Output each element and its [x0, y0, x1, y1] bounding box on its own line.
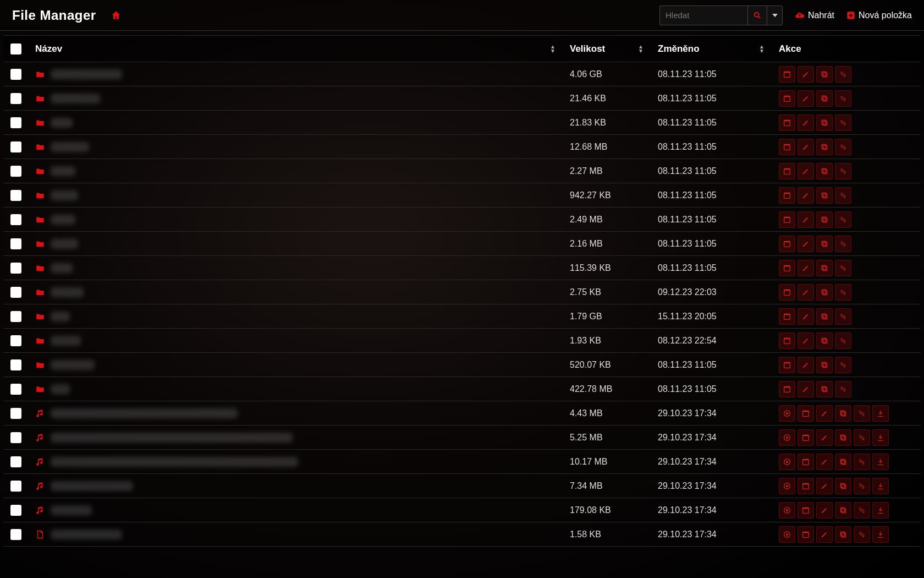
- rename-button[interactable]: [798, 163, 814, 179]
- download-button[interactable]: [872, 429, 889, 446]
- link-button[interactable]: [835, 332, 851, 349]
- select-all-checkbox[interactable]: [10, 43, 21, 54]
- row-checkbox[interactable]: [10, 93, 21, 104]
- open-button[interactable]: [798, 478, 814, 494]
- rename-button[interactable]: [798, 381, 814, 397]
- open-button[interactable]: [798, 405, 814, 422]
- rename-button[interactable]: [798, 236, 814, 252]
- download-button[interactable]: [872, 478, 889, 494]
- open-button[interactable]: [779, 163, 795, 179]
- preview-button[interactable]: [779, 478, 795, 494]
- link-button[interactable]: [835, 163, 851, 179]
- preview-button[interactable]: [779, 502, 795, 519]
- row-checkbox[interactable]: [10, 432, 21, 443]
- copy-button[interactable]: [835, 429, 851, 446]
- file-name-cell[interactable]: [35, 118, 557, 128]
- file-name-cell[interactable]: [35, 481, 557, 491]
- open-button[interactable]: [798, 526, 814, 543]
- open-button[interactable]: [779, 236, 795, 252]
- download-button[interactable]: [872, 526, 889, 543]
- new-item-button[interactable]: Nová položka: [846, 10, 912, 20]
- search-input[interactable]: [659, 6, 747, 25]
- row-checkbox[interactable]: [10, 190, 21, 201]
- file-name-cell[interactable]: [35, 166, 557, 176]
- file-name-cell[interactable]: [35, 360, 557, 370]
- link-button[interactable]: [835, 90, 851, 107]
- open-button[interactable]: [779, 260, 795, 276]
- row-checkbox[interactable]: [10, 117, 21, 128]
- copy-button[interactable]: [816, 90, 833, 107]
- link-button[interactable]: [854, 478, 870, 494]
- rename-button[interactable]: [798, 66, 814, 83]
- row-checkbox[interactable]: [10, 166, 21, 177]
- copy-button[interactable]: [816, 187, 833, 204]
- open-button[interactable]: [779, 211, 795, 228]
- row-checkbox[interactable]: [10, 263, 21, 274]
- copy-button[interactable]: [835, 478, 851, 494]
- open-button[interactable]: [779, 66, 795, 83]
- open-button[interactable]: [779, 90, 795, 107]
- row-checkbox[interactable]: [10, 214, 21, 225]
- row-checkbox[interactable]: [10, 456, 21, 467]
- rename-button[interactable]: [816, 526, 833, 543]
- preview-button[interactable]: [779, 526, 795, 543]
- row-checkbox[interactable]: [10, 238, 21, 249]
- link-button[interactable]: [835, 66, 851, 83]
- row-checkbox[interactable]: [10, 359, 21, 370]
- rename-button[interactable]: [798, 357, 814, 373]
- file-name-cell[interactable]: [35, 312, 557, 321]
- rename-button[interactable]: [798, 211, 814, 228]
- file-name-cell[interactable]: [35, 457, 557, 467]
- header-size[interactable]: Velikost ▲▼: [563, 36, 651, 62]
- open-button[interactable]: [798, 429, 814, 446]
- copy-button[interactable]: [816, 332, 833, 349]
- file-name-cell[interactable]: [35, 384, 557, 394]
- open-button[interactable]: [779, 332, 795, 349]
- row-checkbox[interactable]: [10, 505, 21, 516]
- file-name-cell[interactable]: [35, 142, 557, 152]
- copy-button[interactable]: [816, 284, 833, 301]
- copy-button[interactable]: [835, 502, 851, 519]
- copy-button[interactable]: [816, 236, 833, 252]
- open-button[interactable]: [779, 381, 795, 397]
- copy-button[interactable]: [816, 114, 833, 131]
- search-options-button[interactable]: [767, 6, 783, 25]
- rename-button[interactable]: [816, 478, 833, 494]
- copy-button[interactable]: [835, 405, 851, 422]
- file-name-cell[interactable]: [35, 287, 557, 297]
- copy-button[interactable]: [816, 211, 833, 228]
- rename-button[interactable]: [798, 114, 814, 131]
- link-button[interactable]: [835, 139, 851, 155]
- copy-button[interactable]: [816, 308, 833, 325]
- rename-button[interactable]: [798, 284, 814, 301]
- link-button[interactable]: [854, 454, 870, 470]
- header-modified[interactable]: Změněno ▲▼: [651, 36, 772, 62]
- open-button[interactable]: [779, 357, 795, 373]
- link-button[interactable]: [835, 114, 851, 131]
- preview-button[interactable]: [779, 405, 795, 422]
- copy-button[interactable]: [816, 139, 833, 155]
- copy-button[interactable]: [816, 163, 833, 179]
- open-button[interactable]: [779, 114, 795, 131]
- file-name-cell[interactable]: [35, 530, 557, 539]
- link-button[interactable]: [835, 308, 851, 325]
- file-name-cell[interactable]: [35, 408, 557, 418]
- preview-button[interactable]: [779, 429, 795, 446]
- rename-button[interactable]: [798, 332, 814, 349]
- file-name-cell[interactable]: [35, 215, 557, 225]
- link-button[interactable]: [835, 381, 851, 397]
- rename-button[interactable]: [816, 454, 833, 470]
- link-button[interactable]: [835, 357, 851, 373]
- upload-button[interactable]: Nahrát: [795, 10, 834, 20]
- open-button[interactable]: [779, 187, 795, 204]
- rename-button[interactable]: [798, 260, 814, 276]
- rename-button[interactable]: [816, 429, 833, 446]
- row-checkbox[interactable]: [10, 408, 21, 419]
- rename-button[interactable]: [798, 308, 814, 325]
- file-name-cell[interactable]: [35, 505, 557, 515]
- link-button[interactable]: [854, 429, 870, 446]
- row-checkbox[interactable]: [10, 69, 21, 80]
- copy-button[interactable]: [835, 454, 851, 470]
- row-checkbox[interactable]: [10, 311, 21, 322]
- home-button[interactable]: [109, 9, 123, 22]
